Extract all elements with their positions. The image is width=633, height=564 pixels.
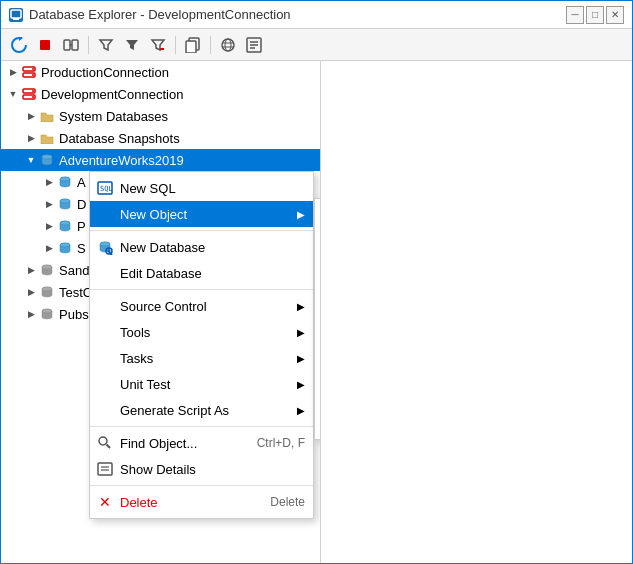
submenu-item-ddl[interactable]: DDL Trigger xyxy=(315,410,321,436)
filter1-button[interactable] xyxy=(94,33,118,57)
tools-arrow: ▶ xyxy=(297,327,305,338)
db-icon-p xyxy=(57,218,73,234)
window-title: Database Explorer - DevelopmentConnectio… xyxy=(29,7,291,22)
separator-1 xyxy=(90,230,313,231)
svg-point-70 xyxy=(99,437,107,445)
unit-test-icon xyxy=(96,375,114,393)
show-details-label: Show Details xyxy=(120,462,196,477)
svg-point-28 xyxy=(60,177,70,181)
connect-button[interactable] xyxy=(59,33,83,57)
menu-item-tasks[interactable]: Tasks ▶ xyxy=(90,345,313,371)
menu-item-show-details[interactable]: Show Details xyxy=(90,456,313,482)
sql-icon: SQL xyxy=(96,179,114,197)
menu-item-source-control[interactable]: Source Control ▶ xyxy=(90,293,313,319)
filter4-button[interactable] xyxy=(216,33,240,57)
app-icon xyxy=(9,8,23,22)
main-content: ▶ ProductionConnection ▼ xyxy=(1,61,632,563)
submenu-item-scalar[interactable]: fx Scalar Function xyxy=(315,306,321,332)
copy-button[interactable] xyxy=(181,33,205,57)
submenu-new-object: Table View xyxy=(314,198,321,440)
title-bar-left: Database Explorer - DevelopmentConnectio… xyxy=(9,7,291,22)
unit-test-label: Unit Test xyxy=(120,377,170,392)
new-db-label: New Database xyxy=(120,240,205,255)
svg-point-24 xyxy=(32,96,34,98)
submenu-item-tvf[interactable]: fx Table-valued Function xyxy=(315,280,321,306)
tree-item-sysdb[interactable]: ▶ System Databases xyxy=(1,105,320,127)
menu-item-new-sql[interactable]: SQL New SQL xyxy=(90,175,313,201)
menu-item-new-object[interactable]: New Object ▶ xyxy=(90,201,313,227)
svg-point-65 xyxy=(100,242,110,246)
svg-rect-3 xyxy=(64,40,70,50)
submenu-item-aggregate[interactable]: ∑ Aggregate Function xyxy=(315,332,321,358)
tree-item-development[interactable]: ▼ DevelopmentConnection xyxy=(1,83,320,105)
svg-rect-2 xyxy=(40,40,50,50)
filter3-button[interactable] xyxy=(146,33,170,57)
svg-rect-4 xyxy=(72,40,78,50)
show-details-icon xyxy=(96,460,114,478)
folder-icon-snap xyxy=(39,130,55,146)
minimize-button[interactable]: ─ xyxy=(566,6,584,24)
svg-point-12 xyxy=(225,39,231,51)
menu-item-new-db[interactable]: New Database xyxy=(90,234,313,260)
submenu-item-table[interactable]: Table xyxy=(315,202,321,228)
expand-icon-aw: ▼ xyxy=(23,152,39,168)
separator-4 xyxy=(90,485,313,486)
tree-label-d: D xyxy=(77,197,86,212)
tasks-icon xyxy=(96,349,114,367)
menu-item-find-object[interactable]: Find Object... Ctrl+D, F xyxy=(90,430,313,456)
database-explorer-window: Database Explorer - DevelopmentConnectio… xyxy=(0,0,633,564)
toolbar-separator-3 xyxy=(210,36,211,54)
restore-button[interactable]: □ xyxy=(586,6,604,24)
svg-point-34 xyxy=(60,243,70,247)
submenu-item-synonym[interactable]: Synonym xyxy=(315,254,321,280)
delete-icon: ✕ xyxy=(96,493,114,511)
delete-shortcut: Delete xyxy=(270,495,305,509)
props-button[interactable] xyxy=(242,33,266,57)
context-menu: SQL New SQL New Object ▶ xyxy=(89,171,314,519)
stop-button[interactable] xyxy=(33,33,57,57)
menu-item-delete[interactable]: ✕ Delete Delete xyxy=(90,489,313,515)
tree-item-aw[interactable]: ▼ AdventureWorks2019 xyxy=(1,149,320,171)
toolbar-separator-1 xyxy=(88,36,89,54)
toolbar xyxy=(1,29,632,61)
refresh-button[interactable] xyxy=(7,33,31,57)
svg-point-32 xyxy=(60,221,70,225)
menu-item-edit-db[interactable]: Edit Database xyxy=(90,260,313,286)
tree-label-aw: AdventureWorks2019 xyxy=(59,153,184,168)
submenu-item-view[interactable]: View xyxy=(315,228,321,254)
unit-test-arrow: ▶ xyxy=(297,379,305,390)
expand-icon-pub: ▶ xyxy=(23,306,39,322)
tree-panel: ▶ ProductionConnection ▼ xyxy=(1,61,321,563)
expand-icon-sand: ▶ xyxy=(23,262,39,278)
submenu-item-sequence[interactable]: Sequence xyxy=(315,384,321,410)
filter2-button[interactable] xyxy=(120,33,144,57)
close-button[interactable]: ✕ xyxy=(606,6,624,24)
new-object-icon xyxy=(96,205,114,223)
tree-label-production: ProductionConnection xyxy=(41,65,169,80)
svg-rect-1 xyxy=(13,18,19,20)
svg-point-9 xyxy=(222,39,234,51)
find-icon xyxy=(96,434,114,452)
separator-3 xyxy=(90,426,313,427)
menu-item-tools[interactable]: Tools ▶ xyxy=(90,319,313,345)
tools-label: Tools xyxy=(120,325,150,340)
db-icon-pub xyxy=(39,306,55,322)
expand-icon-s: ▶ xyxy=(41,240,57,256)
svg-text:✕: ✕ xyxy=(99,494,111,510)
find-shortcut: Ctrl+D, F xyxy=(257,436,305,450)
svg-point-38 xyxy=(42,287,52,291)
tree-label-s: S xyxy=(77,241,86,256)
edit-db-label: Edit Database xyxy=(120,266,202,281)
db-icon-s xyxy=(57,240,73,256)
db-icon-aw xyxy=(39,152,55,168)
menu-item-unit-test[interactable]: Unit Test ▶ xyxy=(90,371,313,397)
expand-icon-snap: ▶ xyxy=(23,130,39,146)
tree-item-production[interactable]: ▶ ProductionConnection xyxy=(1,61,320,83)
generate-script-arrow: ▶ xyxy=(297,405,305,416)
generate-script-icon xyxy=(96,401,114,419)
svg-point-36 xyxy=(42,265,52,269)
submenu-item-procedure[interactable]: Procedure xyxy=(315,358,321,384)
svg-point-23 xyxy=(32,90,34,92)
menu-item-generate-script[interactable]: Generate Script As ▶ xyxy=(90,397,313,423)
tree-item-snap[interactable]: ▶ Database Snapshots xyxy=(1,127,320,149)
